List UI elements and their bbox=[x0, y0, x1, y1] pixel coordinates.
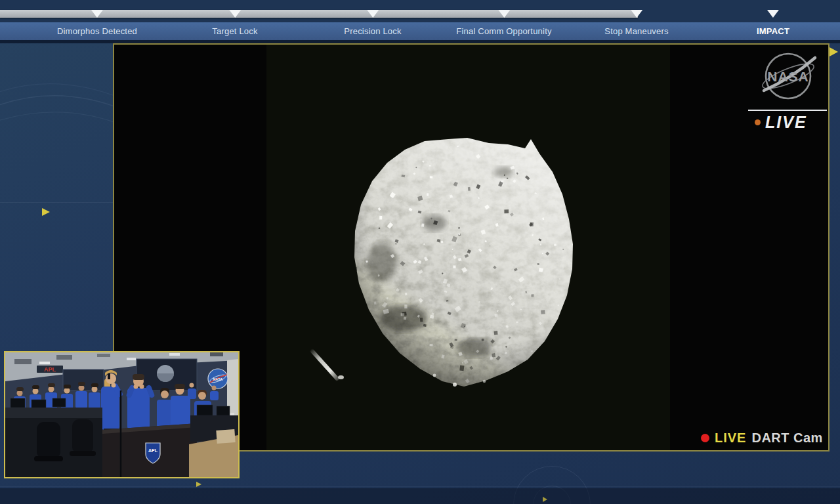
cardboard-box bbox=[216, 429, 235, 444]
hud-horizontal-line bbox=[0, 486, 840, 487]
timeline-milestone-final-comm: Final Comm Opportunity bbox=[456, 0, 551, 40]
svg-text:APL: APL bbox=[148, 448, 158, 453]
camera-live-label: LIVE bbox=[715, 430, 746, 446]
nasa-logo: NASA bbox=[759, 49, 818, 106]
milestone-label: IMPACT bbox=[757, 22, 789, 40]
record-dot-icon bbox=[701, 434, 709, 442]
live-dot-icon bbox=[755, 119, 761, 125]
debris-fragment bbox=[338, 375, 344, 379]
camera-live-badge: LIVE DART Cam bbox=[701, 430, 823, 446]
yellow-arrow-icon bbox=[830, 47, 838, 56]
svg-text:NASA: NASA bbox=[213, 377, 223, 381]
nasa-live-indicator: LIVE bbox=[755, 113, 807, 132]
milestone-label: Final Comm Opportunity bbox=[456, 22, 551, 40]
timeline-milestone-impact: IMPACT bbox=[757, 0, 789, 40]
broadcast-frame: Dimorphos Detected Target Lock Precision… bbox=[0, 0, 840, 504]
yellow-arrow-icon bbox=[42, 208, 50, 216]
timeline-milestone-target-lock: Target Lock bbox=[212, 0, 257, 40]
wall-screen-asteroid bbox=[136, 359, 197, 390]
apl-wall-sign: APL bbox=[37, 366, 63, 373]
milestone-label: Target Lock bbox=[212, 22, 257, 40]
nasa-wall-logo: NASA bbox=[208, 369, 228, 388]
timeline-milestone-stop-maneuvers: Stop Maneuvers bbox=[604, 0, 668, 40]
milestone-marker-icon bbox=[498, 10, 510, 18]
live-label: LIVE bbox=[765, 113, 807, 132]
yellow-arrow-icon bbox=[196, 482, 201, 487]
milestone-marker-icon bbox=[767, 10, 779, 18]
milestone-label: Precision Lock bbox=[344, 22, 401, 40]
mission-control-pip: APL NASA bbox=[4, 351, 240, 478]
milestone-label: Stop Maneuvers bbox=[604, 22, 668, 40]
milestone-marker-icon bbox=[91, 10, 103, 18]
timeline-milestone-precision-lock: Precision Lock bbox=[344, 0, 401, 40]
bottom-shade-band bbox=[0, 488, 840, 504]
milestone-marker-icon bbox=[229, 10, 241, 18]
yellow-arrow-icon bbox=[543, 497, 547, 502]
milestone-marker-icon bbox=[367, 10, 379, 18]
hud-horizontal-line bbox=[0, 202, 113, 203]
asteroid-dimorphos bbox=[336, 131, 579, 394]
timeline-bottom-edge bbox=[0, 40, 840, 43]
hud-arcs-decoration bbox=[0, 46, 125, 203]
mission-control-scene: APL NASA bbox=[5, 352, 238, 477]
camera-name-label: DART Cam bbox=[751, 430, 822, 446]
milestone-marker-icon bbox=[631, 10, 642, 18]
svg-text:APL: APL bbox=[44, 366, 56, 373]
milestone-label: Dimorphos Detected bbox=[57, 22, 137, 40]
nasa-logo-text: NASA bbox=[767, 69, 809, 84]
timeline-milestone-dimorphos-detected: Dimorphos Detected bbox=[57, 0, 137, 40]
nasa-bug-divider bbox=[748, 110, 827, 111]
